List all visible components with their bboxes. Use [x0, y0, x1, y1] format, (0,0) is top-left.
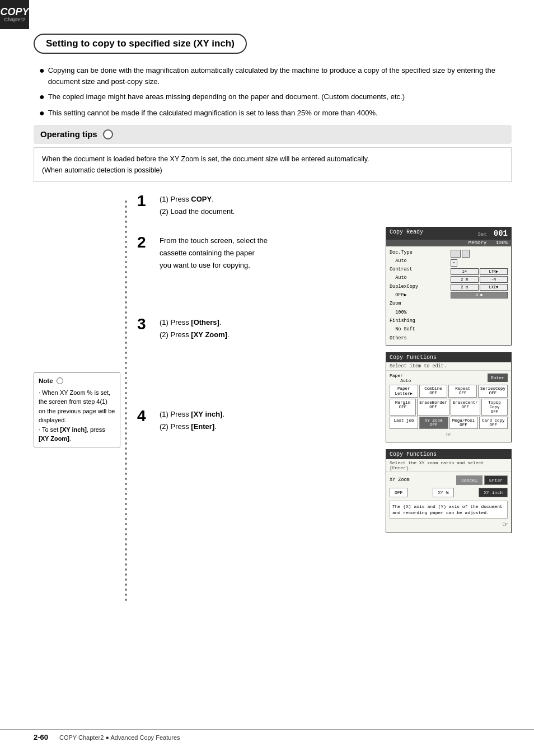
section-title-box: Setting to copy to specified size (XY in… [34, 34, 247, 54]
paper-row: Paper Auto Enter [390, 373, 508, 383]
cr-btn-1[interactable]: 1≡ [451, 268, 479, 275]
func-cell-seriescopy[interactable]: SeriesCopyOFF [478, 385, 508, 398]
step-1: 1 (1) Press COPY. (2) Load the document. [137, 193, 380, 218]
dotted-divider: document.write(Array(80).fill('<div styl… [120, 193, 132, 601]
func-cell-paper-letter[interactable]: PaperLetter▶ [390, 385, 418, 398]
finger-pointer-2: ☞ [390, 520, 508, 529]
panel-memory: Memory 100% [386, 240, 511, 246]
bullet-item-1: ● Copying can be done with the magnifica… [39, 65, 512, 87]
chapter-label: Chapter2 [4, 17, 25, 23]
cr-btn-3[interactable]: 2 ⊟ [451, 284, 479, 291]
bullet-text-1: Copying can be done with the magnificati… [48, 65, 512, 87]
step-1-text: (1) Press COPY. (2) Load the document. [160, 193, 380, 218]
func-header-1: Copy Functions [386, 353, 511, 362]
xy-enter-btn[interactable]: Enter [484, 475, 508, 485]
paper-icon-1 [451, 250, 461, 258]
xy-description: The (X) axis and (Y) axis of the documen… [390, 501, 508, 519]
header-corner: COPY Chapter2 [0, 0, 29, 29]
func-cell-cardcopy[interactable]: Card CopyOFF [479, 417, 508, 429]
xy-top-buttons: Cancel Enter [456, 475, 508, 485]
func-row-2: MarginOFF EraseBorderOFF EraseCentrOFF T… [390, 399, 508, 416]
func-body-1: Paper Auto Enter PaperLetter▶ CombineOFF… [386, 371, 511, 442]
xy-cancel-btn[interactable]: Cancel [456, 475, 483, 485]
enter-btn-1[interactable]: Enter [488, 374, 508, 382]
cr-btn-lxi[interactable]: LXI▼ [480, 284, 508, 291]
cr-btn-ltr[interactable]: LTR▶ [480, 268, 508, 275]
note-text: · When XY Zoom % is set, the screen from… [39, 388, 115, 444]
cr-duplexcopy: DuplexCopy OFF▶ [390, 283, 447, 300]
copy-functions-panel-1: Copy Functions Select item to edit. Pape… [386, 352, 512, 442]
cr-btn-2[interactable]: 2 ⊞ [451, 276, 479, 283]
xy-mode-buttons: OFF XY % XY inch [390, 488, 508, 497]
xy-off-btn[interactable]: OFF [390, 488, 407, 497]
bullet-section: ● Copying can be done with the magnifica… [34, 65, 512, 119]
note-icon [57, 377, 63, 384]
cr-finishing: Finishing No Soft [390, 317, 447, 334]
cr-btn-mn[interactable]: ~N [480, 276, 508, 283]
bullet-text-3: This setting cannot be made if the calcu… [48, 108, 378, 119]
func-cell-topupcopy[interactable]: TopUp CopyOFF [481, 399, 508, 416]
func-cell-lastjob[interactable]: Last job [390, 417, 418, 429]
copy-ready-title: Copy Ready [390, 229, 423, 238]
step-2: 2 From the touch screen, select thecasse… [137, 235, 380, 272]
tips-title: Operating tips [40, 129, 97, 139]
step-3: 3 (1) Press [Others]. (2) Press [XY Zoom… [137, 316, 380, 341]
copy-ready-header: Copy Ready Set 001 [386, 227, 511, 240]
bullet-dot-2: ● [39, 91, 45, 103]
copy-logo: COPY [0, 7, 29, 17]
bullet-item-3: ● This setting cannot be made if the cal… [39, 108, 512, 119]
xy-inch-btn[interactable]: XY inch [479, 488, 508, 497]
note-box: Note · When XY Zoom % is set, the screen… [34, 372, 120, 447]
finger-pointer-1: ☞ [390, 430, 508, 440]
cr-others: Others [390, 334, 447, 343]
paper-label: Paper Auto [390, 373, 411, 383]
cr-mini-btn: ⬅ [451, 259, 458, 267]
footer: 2-60 COPY Chapter2 ● Advanced Copy Featu… [0, 729, 534, 745]
step-1-number: 1 [137, 193, 154, 209]
tips-icon [103, 129, 113, 139]
bullet-item-2: ● The copied image might have areas miss… [39, 91, 512, 103]
copy-functions-panel-2: Copy Functions Select the XY zoom ratio … [386, 449, 512, 533]
bullet-dot-1: ● [39, 65, 45, 87]
tips-text: When the document is loaded before the X… [42, 155, 369, 174]
func-cell-erasecentr[interactable]: EraseCentrOFF [451, 399, 480, 416]
func-cell-combine[interactable]: CombineOFF [419, 385, 448, 398]
tips-content: When the document is loaded before the X… [34, 147, 512, 182]
bullet-text-2: The copied image might have areas missin… [48, 91, 405, 103]
footer-text: COPY Chapter2 ● Advanced Copy Features [59, 734, 180, 741]
note-title: Note [39, 376, 115, 386]
xy-percent-btn[interactable]: XY % [433, 488, 453, 497]
step-3-text: (1) Press [Others]. (2) Press [XY Zoom]. [160, 316, 380, 341]
func-row-1: PaperLetter▶ CombineOFF RepeatOFF Series… [390, 385, 508, 398]
xy-zoom-label: XY Zoom [390, 477, 410, 483]
step-4-text: (1) Press [XY inch]. (2) Press [Enter]. [160, 408, 380, 433]
xy-subheader: Select the XY zoom ratio and select [Ent… [386, 459, 511, 472]
note-label: Note [39, 376, 53, 386]
func-cell-xyzoom[interactable]: XY ZoomOFF [419, 417, 448, 429]
steps-area: Note · When XY Zoom % is set, the screen… [34, 193, 512, 601]
bullet-dot-3: ● [39, 108, 45, 119]
operating-tips-header: Operating tips [34, 125, 512, 144]
cr-btn-grid: 1≡ LTR▶ 2 ⊞ ~N 2 ⊟ LXI▼ 4 ■ [451, 268, 508, 298]
step-2-text: From the touch screen, select thecassett… [160, 235, 380, 272]
section-title: Setting to copy to specified size (XY in… [46, 38, 235, 49]
xy-header: Copy Functions [386, 450, 511, 459]
cr-btn-bottom[interactable]: 4 ■ [451, 292, 508, 298]
cr-contrast: Contrast Auto [390, 265, 447, 283]
func-cell-margin[interactable]: MarginOFF [390, 399, 416, 416]
func-row-3: Last job XY ZoomOFF Mega/PosiOFF Card Co… [390, 417, 508, 429]
steps-column: 1 (1) Press COPY. (2) Load the document.… [132, 193, 380, 601]
copy-ready-panel: Copy Ready Set 001 Memory 100% Doc.Type … [386, 227, 512, 346]
paper-icons [451, 250, 508, 258]
copy-ready-set-number: Set 001 [478, 229, 508, 238]
xy-body: XY Zoom Cancel Enter OFF XY % XY inch Th… [386, 472, 511, 533]
func-subheader-1: Select item to edit. [386, 362, 511, 371]
func-cell-repeat[interactable]: RepeatOFF [448, 385, 477, 398]
cr-doctype: Doc.Type Auto [390, 249, 447, 266]
func-cell-eraseborder[interactable]: EraseBorderOFF [417, 399, 449, 416]
note-column: Note · When XY Zoom % is set, the screen… [34, 193, 120, 601]
footer-page-number: 2-60 [34, 733, 48, 741]
paper-icon-2 [462, 250, 470, 258]
step-4: 4 (1) Press [XY inch]. (2) Press [Enter]… [137, 408, 380, 433]
func-cell-megaposi[interactable]: Mega/PosiOFF [449, 417, 478, 429]
